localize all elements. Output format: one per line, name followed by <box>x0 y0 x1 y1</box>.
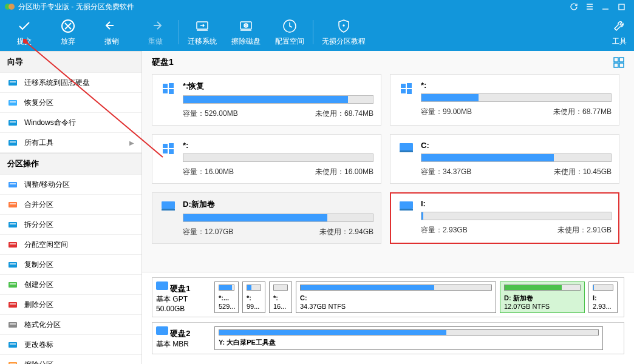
wipe-button[interactable]: 擦除磁盘 <box>224 13 268 51</box>
migrate-button[interactable]: 迁移系统 <box>180 13 224 51</box>
ops-item-icon <box>7 279 18 290</box>
disk-info: 硬盘2 基本 MBR <box>156 326 211 350</box>
ops-item[interactable]: 创建分区 <box>0 275 141 295</box>
partition-icon <box>160 81 177 119</box>
partition-unused: 未使用：68.74MB <box>315 109 373 119</box>
disk-part-label: C: <box>300 294 492 302</box>
ops-item-icon <box>7 219 18 230</box>
partition-card[interactable]: D:新加卷 容量：12.07GB 未使用：2.94GB <box>152 192 381 244</box>
ops-item[interactable]: 复制分区 <box>0 255 141 275</box>
wizard-item[interactable]: 所有工具 ▶ <box>0 133 141 153</box>
partition-icon <box>398 141 415 177</box>
ops-item-icon <box>7 339 18 350</box>
ops-item-label: 复制分区 <box>24 260 53 270</box>
svg-rect-19 <box>9 202 17 207</box>
svg-rect-46 <box>407 83 412 88</box>
wizard-item[interactable]: 迁移系统到固态硬盘 <box>0 73 141 93</box>
tutorial-button[interactable]: 无损分区教程 <box>315 13 373 51</box>
svg-rect-10 <box>10 81 16 83</box>
partition-name: *:恢复 <box>183 81 373 92</box>
disk-icon <box>156 281 168 290</box>
wizard-item-icon <box>7 117 18 128</box>
disk-name: 硬盘2 <box>170 329 190 338</box>
partition-usage-bar <box>183 95 373 104</box>
svg-rect-15 <box>9 140 17 146</box>
discard-button[interactable]: 放弃 <box>46 13 90 51</box>
partition-capacity: 容量：529.00MB <box>183 109 238 119</box>
wipe-icon <box>238 18 254 34</box>
svg-rect-52 <box>169 149 174 154</box>
disk-part-block[interactable]: *: 16... <box>269 281 292 313</box>
svg-rect-18 <box>10 183 16 184</box>
ops-item[interactable]: 格式化分区 <box>0 315 141 335</box>
ops-item[interactable]: 删除分区 <box>0 295 141 315</box>
svg-rect-33 <box>9 342 17 348</box>
partition-card[interactable]: *: 容量：16.00MB 未使用：16.00MB <box>152 134 381 184</box>
ops-item-icon <box>7 199 18 210</box>
wrench-icon <box>612 18 627 34</box>
partition-usage-bar <box>421 93 612 102</box>
disk-scheme: 基本 GPT <box>156 295 188 303</box>
disk-size: 50.00GB <box>156 305 185 313</box>
svg-rect-2 <box>619 4 624 10</box>
space-button[interactable]: 配置空间 <box>268 13 312 51</box>
disk-part-label: D: 新加卷 <box>504 294 581 303</box>
menu-icon[interactable] <box>582 0 598 13</box>
redo-button[interactable]: 重做 <box>134 13 177 51</box>
ops-item-label: 格式化分区 <box>24 320 61 330</box>
disk-part-block[interactable]: D: 新加卷 12.07GB NTFS <box>500 281 585 313</box>
disk-part-block[interactable]: *:... 529... <box>214 281 239 313</box>
disk-part-block[interactable]: *: 99... <box>242 281 265 313</box>
svg-rect-11 <box>9 100 17 106</box>
toolbar: 提交 放弃 撤销 重做 迁移系统 擦除磁盘 配置空间 无损分区教程 工具 <box>0 13 634 51</box>
partition-usage-bar <box>183 153 373 162</box>
tools-button[interactable]: 工具 <box>607 13 632 51</box>
disk-part-block[interactable]: I: 2.93... <box>588 281 618 313</box>
partition-capacity: 容量：2.93GB <box>421 225 468 235</box>
svg-rect-23 <box>9 242 17 248</box>
redo-icon <box>148 18 163 34</box>
ops-item[interactable]: 合并分区 <box>0 195 141 215</box>
ops-item-label: 更改卷标 <box>24 340 53 350</box>
ops-item[interactable]: 调整/移动分区 <box>0 175 141 195</box>
maximize-icon[interactable] <box>613 0 629 13</box>
disk-part-label: *: <box>247 294 261 302</box>
refresh-icon[interactable] <box>566 0 582 13</box>
undo-button[interactable]: 撤销 <box>90 13 134 51</box>
ops-item[interactable]: 更改卷标 <box>0 335 141 355</box>
commit-button[interactable]: 提交 <box>2 13 46 51</box>
partition-card[interactable]: I: 容量：2.93GB 未使用：2.91GB <box>390 192 619 244</box>
ops-item-label: 创建分区 <box>24 280 53 290</box>
chevron-right-icon: ▶ <box>129 140 134 146</box>
ops-item[interactable]: 擦除分区 <box>0 355 141 364</box>
wizard-item[interactable]: 恢复分区 <box>0 93 141 113</box>
ops-item[interactable]: 拆分分区 <box>0 215 141 235</box>
svg-rect-25 <box>9 262 17 268</box>
svg-rect-28 <box>10 283 16 285</box>
disk-part-label: *:... <box>219 294 234 302</box>
svg-rect-20 <box>10 203 16 204</box>
disk-part-block[interactable]: C: 34.37GB NTFS <box>296 281 496 313</box>
disk-part-label: *: <box>273 294 288 302</box>
ops-item-icon <box>7 259 18 270</box>
partition-card[interactable]: *: 容量：99.00MB 未使用：68.77MB <box>390 74 619 126</box>
partition-capacity: 容量：12.07GB <box>183 227 233 237</box>
ops-item[interactable]: 分配空闲空间 <box>0 235 141 255</box>
cancel-icon <box>60 18 76 34</box>
disk-part-block[interactable]: Y: 大白菜PE工具盘 <box>214 326 603 350</box>
partition-card[interactable]: C: 容量：34.37GB 未使用：10.45GB <box>390 134 619 184</box>
disk-part-sub: 99... <box>247 303 261 310</box>
svg-rect-57 <box>400 201 413 209</box>
partition-name: I: <box>421 199 612 208</box>
svg-rect-53 <box>400 143 413 150</box>
ops-item-icon <box>7 239 18 250</box>
minimize-icon[interactable] <box>598 0 613 13</box>
app-title: 分区助手专业版 - 无损分区免费软件 <box>18 2 134 12</box>
ops-item-icon <box>7 359 18 364</box>
partition-card[interactable]: *:恢复 容量：529.00MB 未使用：68.74MB <box>152 74 381 126</box>
partition-icon <box>160 199 177 237</box>
svg-rect-41 <box>163 84 168 88</box>
wizard-item[interactable]: Windows命令行 <box>0 113 141 133</box>
ops-item-label: 合并分区 <box>24 200 53 210</box>
view-toggle-icon[interactable] <box>613 57 624 68</box>
